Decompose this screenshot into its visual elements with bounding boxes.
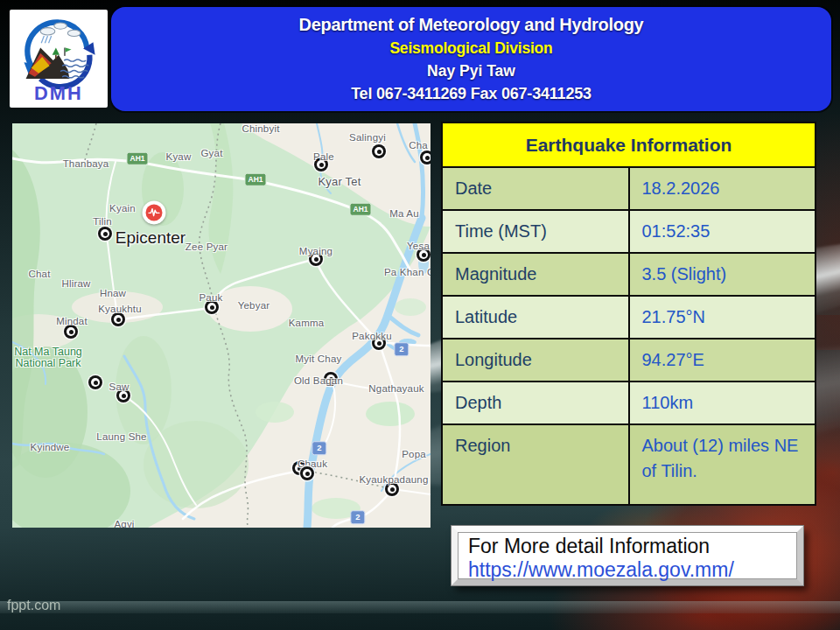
map-town-label: Tilin [93,216,112,227]
road-badge-ah1: AH1 [244,173,266,186]
row-label: Time (MST) [442,210,629,253]
row-label: Magnitude [442,253,629,296]
map-town-label: Hliraw [61,278,90,289]
dmh-logo-text: DMH [34,82,83,104]
map-town-label: Kyain [109,203,136,214]
fppt-watermark: fppt.com [7,598,60,613]
map-park-label: Nat Ma TaungNational Park [14,346,82,369]
map: Nat Ma TaungNational Park ThanbayaKyawGy… [12,123,430,528]
map-town-label: Ngathayauk [368,383,424,394]
map-town-label: Kyar Tet [318,175,360,188]
map-town-label: Myaing [299,246,332,256]
map-town-label: Pauk [199,292,222,303]
map-town-marker [372,144,386,158]
table-row: Magnitude3.5 (Slight) [442,253,816,296]
table-row: Time (MST)01:52:35 [442,210,816,253]
row-value: 21.75°N [629,296,816,339]
map-town-label: Kamma [289,318,325,328]
map-town-label: Popa [402,449,426,459]
map-town-label: Myit Chay [296,354,342,364]
earthquake-info-table: Earthquake Information Date18.2.2026Time… [441,122,816,506]
table-row: Latitude21.75°N [442,296,816,339]
row-label: Depth [442,382,629,424]
epicenter-marker [143,201,166,225]
map-town-label: Pa Khan G [384,267,430,277]
row-value: 94.27°E [629,339,816,382]
road-badge-2: 2 [350,510,365,524]
map-town-label: Cha [409,140,428,150]
map-town-label: Yebyar [238,300,270,311]
header-division: Seismological Division [389,39,552,58]
row-value: About (12) miles NE of Tilin. [629,424,816,505]
epicenter-icon [146,205,163,221]
dmh-logo: DMH [10,10,108,108]
map-town-marker [98,227,112,241]
map-town-label: Saw [109,382,130,392]
seismograph-icon [148,206,161,220]
map-town-label: Agyi [114,519,134,528]
map-town-label: Chat [28,269,50,279]
table-row: RegionAbout (12) miles NE of Tilin. [442,424,816,505]
row-value: 01:52:35 [629,210,816,253]
table-row: Longitude94.27°E [442,339,816,382]
map-labels-layer: Nat Ma TaungNational Park ThanbayaKyawGy… [12,123,430,528]
row-value: 110km [629,382,816,424]
row-value: 18.2.2026 [629,167,816,210]
background-bottom-band [0,601,840,613]
table-title: Earthquake Information [442,122,816,167]
map-town-label: Ma Au [389,208,419,219]
table-row: Depth110km [442,382,816,424]
map-town-label: Kyaukhtu [98,304,142,314]
more-info-text: For More detail Information [468,535,787,558]
map-town-marker [300,466,314,480]
map-town-label: Hnaw [100,288,126,298]
table-row: Date18.2.2026 [442,167,816,210]
row-label: Region [442,424,629,505]
map-town-label: Salingyi [349,132,386,143]
road-badge-2: 2 [394,342,409,356]
more-info-box: For More detail Information https://www.… [452,526,803,585]
map-town-label: Pakokku [352,331,392,341]
map-town-marker [88,375,102,389]
road-badge-ah1: AH1 [126,152,148,165]
map-town-label: Old Bagan [294,375,343,386]
row-label: Latitude [442,296,629,339]
header-department: Department of Meteorology and Hydrology [299,15,644,35]
header-banner: Department of Meteorology and Hydrology … [111,7,831,111]
map-town-label: Thanbaya [63,158,109,169]
row-label: Longitude [442,339,629,382]
epicenter-label: Epicenter [116,228,186,248]
dmh-logo-graphic: DMH [13,13,104,104]
header-city: Nay Pyi Taw [427,62,515,80]
table-header-row: Earthquake Information [442,122,816,167]
map-town-label: Kyindwe [31,442,70,452]
map-town-label: Pale [313,151,334,162]
header-contact: Tel 067-3411269 Fax 067-3411253 [351,85,592,103]
map-town-marker [420,150,430,164]
row-value: 3.5 (Slight) [629,253,816,296]
map-town-label: Mindat [56,316,88,326]
road-badge-2: 2 [312,441,326,455]
map-town-label: Gyat [200,148,222,158]
map-town-marker [111,312,125,326]
map-town-marker [64,325,78,339]
map-town-label: Yesa [407,241,430,251]
more-info-link: https://www.moezala.gov.mm/ [468,558,787,582]
map-town-label: Kyaw [166,151,192,162]
map-town-label: Kyaukpadaung [359,474,428,485]
map-town-label: Laung She [96,431,146,442]
map-town-label: Chinbyit [242,123,279,134]
map-town-label: Zee Pyar [186,242,228,252]
row-label: Date [442,167,629,210]
road-badge-ah1: AH1 [349,203,371,216]
